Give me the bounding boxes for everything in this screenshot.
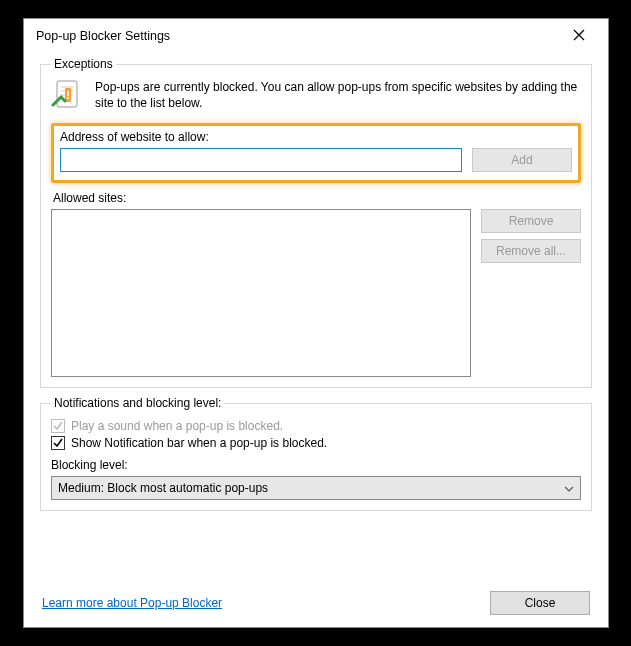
blocking-level-select[interactable]: Medium: Block most automatic pop-ups [51, 476, 581, 500]
settings-window: Pop-up Blocker Settings Exceptions ! [23, 18, 609, 628]
show-bar-checkbox[interactable] [51, 436, 65, 450]
description-row: ! Pop-ups are currently blocked. You can… [51, 79, 581, 113]
allowed-row: Remove Remove all... [51, 209, 581, 377]
exceptions-legend: Exceptions [51, 57, 116, 71]
notifications-legend: Notifications and blocking level: [51, 396, 224, 410]
address-highlight: Address of website to allow: Add [51, 123, 581, 183]
titlebar: Pop-up Blocker Settings [24, 19, 608, 53]
address-row: Add [60, 148, 572, 172]
document-warning-icon: ! [51, 79, 85, 113]
remove-button[interactable]: Remove [481, 209, 581, 233]
add-button[interactable]: Add [472, 148, 572, 172]
chevron-down-icon [564, 481, 574, 495]
play-sound-checkbox [51, 419, 65, 433]
blocking-level-label: Blocking level: [51, 458, 581, 472]
svg-text:!: ! [66, 89, 70, 101]
play-sound-label: Play a sound when a pop-up is blocked. [71, 419, 283, 433]
show-bar-row: Show Notification bar when a pop-up is b… [51, 436, 581, 450]
allowed-sites-listbox[interactable] [51, 209, 471, 377]
address-label: Address of website to allow: [60, 130, 572, 144]
description-text: Pop-ups are currently blocked. You can a… [95, 79, 581, 111]
play-sound-row: Play a sound when a pop-up is blocked. [51, 419, 581, 433]
remove-all-button[interactable]: Remove all... [481, 239, 581, 263]
window-close-button[interactable] [558, 22, 600, 50]
show-bar-label: Show Notification bar when a pop-up is b… [71, 436, 327, 450]
notifications-group: Notifications and blocking level: Play a… [40, 396, 592, 511]
content-area: Exceptions ! Pop-ups are currently block… [24, 53, 608, 627]
footer: Learn more about Pop-up Blocker Close [40, 589, 592, 615]
close-icon [573, 29, 585, 44]
window-title: Pop-up Blocker Settings [36, 29, 558, 43]
close-button[interactable]: Close [490, 591, 590, 615]
blocking-level-value: Medium: Block most automatic pop-ups [58, 481, 564, 495]
exceptions-group: Exceptions ! Pop-ups are currently block… [40, 57, 592, 388]
learn-more-link[interactable]: Learn more about Pop-up Blocker [42, 596, 222, 610]
address-input[interactable] [60, 148, 462, 172]
side-buttons: Remove Remove all... [481, 209, 581, 263]
allowed-sites-label: Allowed sites: [53, 191, 581, 205]
